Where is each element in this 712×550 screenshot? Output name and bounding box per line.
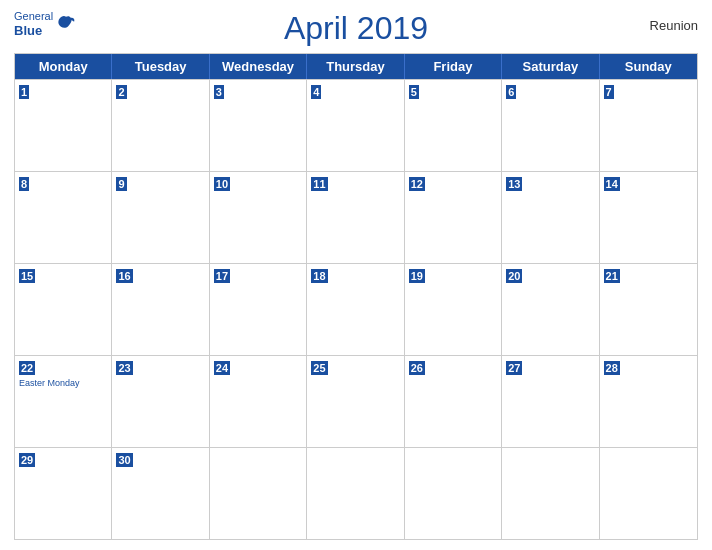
calendar-cell-8: 8 [15, 172, 112, 263]
week-row-3: 15161718192021 [15, 263, 697, 355]
calendar-cell-16: 16 [112, 264, 209, 355]
week-row-4: 22Easter Monday232425262728 [15, 355, 697, 447]
cell-number: 1 [19, 85, 29, 99]
day-header-saturday: Saturday [502, 54, 599, 79]
calendar-cell-17: 17 [210, 264, 307, 355]
calendar-cell-20: 20 [502, 264, 599, 355]
calendar-cell-21: 21 [600, 264, 697, 355]
cell-number: 7 [604, 85, 614, 99]
calendar-cell-26: 26 [405, 356, 502, 447]
logo-text: General Blue [14, 10, 53, 39]
day-header-friday: Friday [405, 54, 502, 79]
calendar-cell-3: 3 [210, 80, 307, 171]
cell-number: 10 [214, 177, 230, 191]
calendar-cell-empty [210, 448, 307, 539]
calendar-cell-29: 29 [15, 448, 112, 539]
weeks-container: 12345678910111213141516171819202122Easte… [15, 79, 697, 539]
cell-number: 22 [19, 361, 35, 375]
calendar-cell-19: 19 [405, 264, 502, 355]
cell-number: 23 [116, 361, 132, 375]
calendar-cell-9: 9 [112, 172, 209, 263]
cell-number: 12 [409, 177, 425, 191]
day-header-monday: Monday [15, 54, 112, 79]
cell-number: 9 [116, 177, 126, 191]
calendar-page: General Blue April 2019 Reunion MondayTu… [0, 0, 712, 550]
logo-bird-icon [55, 13, 77, 35]
logo: General Blue [14, 10, 77, 39]
cell-number: 8 [19, 177, 29, 191]
cell-number: 28 [604, 361, 620, 375]
cell-number: 29 [19, 453, 35, 467]
day-header-tuesday: Tuesday [112, 54, 209, 79]
cell-number: 30 [116, 453, 132, 467]
cell-number: 26 [409, 361, 425, 375]
calendar-cell-23: 23 [112, 356, 209, 447]
cell-number: 20 [506, 269, 522, 283]
cell-number: 19 [409, 269, 425, 283]
calendar-cell-12: 12 [405, 172, 502, 263]
cell-number: 24 [214, 361, 230, 375]
cell-number: 13 [506, 177, 522, 191]
cell-number: 14 [604, 177, 620, 191]
calendar-cell-1: 1 [15, 80, 112, 171]
calendar-cell-2: 2 [112, 80, 209, 171]
cell-number: 2 [116, 85, 126, 99]
cell-number: 27 [506, 361, 522, 375]
calendar-cell-empty [502, 448, 599, 539]
logo-general: General [14, 10, 53, 23]
logo-blue: Blue [14, 23, 53, 39]
calendar-cell-6: 6 [502, 80, 599, 171]
day-header-thursday: Thursday [307, 54, 404, 79]
cell-number: 5 [409, 85, 419, 99]
cell-number: 21 [604, 269, 620, 283]
calendar-cell-18: 18 [307, 264, 404, 355]
cell-number: 3 [214, 85, 224, 99]
calendar-cell-11: 11 [307, 172, 404, 263]
calendar-cell-24: 24 [210, 356, 307, 447]
calendar-cell-28: 28 [600, 356, 697, 447]
week-row-1: 1234567 [15, 79, 697, 171]
cell-number: 18 [311, 269, 327, 283]
cell-number: 17 [214, 269, 230, 283]
calendar-cell-empty [405, 448, 502, 539]
calendar-cell-22: 22Easter Monday [15, 356, 112, 447]
month-title: April 2019 [284, 10, 428, 47]
region-label: Reunion [650, 18, 698, 33]
calendar-cell-30: 30 [112, 448, 209, 539]
week-row-2: 891011121314 [15, 171, 697, 263]
calendar-cell-empty [307, 448, 404, 539]
week-row-5: 2930 [15, 447, 697, 539]
calendar-cell-4: 4 [307, 80, 404, 171]
cell-number: 4 [311, 85, 321, 99]
calendar-cell-empty [600, 448, 697, 539]
calendar-cell-7: 7 [600, 80, 697, 171]
cell-number: 15 [19, 269, 35, 283]
calendar-grid: MondayTuesdayWednesdayThursdayFridaySatu… [14, 53, 698, 540]
cell-number: 16 [116, 269, 132, 283]
cell-number: 11 [311, 177, 327, 191]
day-headers-row: MondayTuesdayWednesdayThursdayFridaySatu… [15, 54, 697, 79]
header: General Blue April 2019 Reunion [14, 10, 698, 47]
day-header-sunday: Sunday [600, 54, 697, 79]
calendar-cell-13: 13 [502, 172, 599, 263]
calendar-cell-14: 14 [600, 172, 697, 263]
calendar-cell-25: 25 [307, 356, 404, 447]
cell-number: 6 [506, 85, 516, 99]
calendar-cell-10: 10 [210, 172, 307, 263]
cell-holiday: Easter Monday [19, 378, 107, 388]
calendar-cell-27: 27 [502, 356, 599, 447]
day-header-wednesday: Wednesday [210, 54, 307, 79]
cell-number: 25 [311, 361, 327, 375]
calendar-cell-15: 15 [15, 264, 112, 355]
calendar-cell-5: 5 [405, 80, 502, 171]
